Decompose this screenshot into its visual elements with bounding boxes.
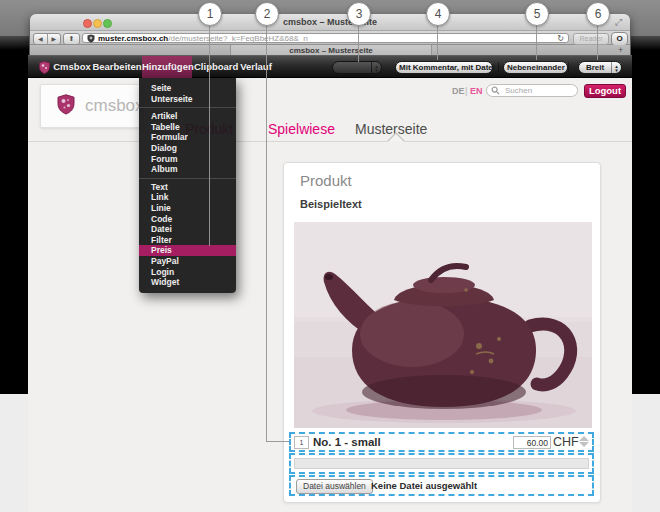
callout-line-5: [536, 24, 537, 60]
file-status-text: Keine Datei ausgewählt: [371, 480, 477, 491]
comment-field-row[interactable]: [289, 453, 594, 474]
callout-line-4: [437, 24, 438, 60]
menu-item-formular[interactable]: Formular: [139, 132, 236, 143]
url-path: /de/musterseite?_k=FeqBbeHZ&68&_n: [168, 34, 307, 43]
browser-nav-bar: ◀ ▶ ⬆ muster.cmsbox.ch/de/musterseite?_k…: [30, 31, 630, 45]
menu-item-tabelle[interactable]: Tabelle: [139, 122, 236, 133]
drag-handle[interactable]: [579, 436, 589, 447]
menu-item-preis-highlighted[interactable]: Preis: [139, 245, 236, 256]
content-heading: Produkt: [300, 172, 352, 189]
toolbar-item-verlauf[interactable]: Verlauf: [238, 56, 274, 78]
callout-line-1: [209, 24, 210, 246]
menu-separator: [139, 178, 236, 179]
callout-circle-2: 2: [255, 2, 279, 26]
price-widget-row[interactable]: No. 1 - small CHF: [289, 432, 594, 452]
menu-item-paypal[interactable]: PayPal: [139, 256, 236, 267]
toolbar-item-hinzufuegen[interactable]: Hinzufügen: [142, 56, 192, 78]
style-dropdown-disabled: [332, 61, 382, 74]
favicon-shield-icon: [87, 34, 95, 43]
search-icon: [491, 86, 500, 95]
back-icon[interactable]: ◀: [34, 34, 47, 44]
lang-de-link[interactable]: DE: [452, 86, 465, 96]
price-widget-selected[interactable]: No. 1 - small CHF Datei auswählen Keine …: [289, 432, 594, 497]
menu-item-linie[interactable]: Linie: [139, 203, 236, 214]
lang-separator: |: [465, 86, 468, 96]
desktop-background-right: [631, 36, 660, 394]
callout-line-2-elbow: [266, 441, 289, 442]
url-text: muster.cmsbox.ch/de/musterseite?_k=FeqBb…: [98, 34, 557, 43]
menu-item-artikel[interactable]: Artikel: [139, 111, 236, 122]
toolbar-item-clipboard[interactable]: Clipboard: [194, 56, 236, 78]
menu-separator: [139, 107, 236, 108]
popup-arrows-icon: [611, 62, 621, 73]
site-logo-card[interactable]: cmsbox: [40, 84, 142, 128]
menu-item-widget[interactable]: Widget: [139, 277, 236, 288]
header-divider: [28, 141, 632, 142]
forward-icon[interactable]: ▶: [47, 34, 61, 44]
callout-line-3: [358, 24, 359, 62]
teapot-image[interactable]: [294, 222, 592, 428]
menu-item-unterseite[interactable]: Unterseite: [139, 94, 236, 105]
extension-button[interactable]: O: [611, 32, 628, 46]
quantity-input[interactable]: [294, 436, 309, 449]
popup-arrows-icon: [498, 62, 502, 73]
toolbar-item-bearbeiten[interactable]: Bearbeiten: [92, 56, 142, 78]
url-host: muster.cmsbox.ch: [98, 34, 168, 43]
menu-item-seite[interactable]: Seite: [139, 83, 236, 94]
lang-en-link[interactable]: EN: [470, 86, 483, 96]
popup-arrows-icon: [568, 62, 572, 73]
minimize-icon[interactable]: [93, 19, 102, 28]
menu-item-dialog[interactable]: Dialog: [139, 143, 236, 154]
logout-button[interactable]: Logout: [584, 84, 626, 98]
step-up-icon[interactable]: [579, 436, 589, 441]
back-forward-buttons[interactable]: ◀ ▶: [33, 33, 61, 45]
cms-toolbar: Cmsbox Bearbeiten Hinzufügen Clipboard V…: [28, 55, 632, 78]
comment-file-dropdown-label: Mit Kommentar, mit Datei: [396, 63, 498, 72]
width-dropdown[interactable]: Breit: [578, 61, 622, 74]
callout-circle-5: 5: [525, 2, 549, 26]
screenshot-canvas: cmsbox – Musterseite ⤢ ◀ ▶ ⬆ muster.cmsb…: [0, 0, 660, 512]
address-bar[interactable]: muster.cmsbox.ch/de/musterseite?_k=FeqBb…: [82, 33, 569, 43]
nav-link-spielwiese[interactable]: Spielwiese: [268, 121, 335, 137]
callout-circle-4: 4: [426, 2, 450, 26]
share-icon[interactable]: ⬆: [63, 33, 80, 45]
step-down-icon[interactable]: [579, 442, 589, 447]
search-field[interactable]: [486, 84, 578, 97]
layout-dropdown-label: Nebeneinander: [504, 63, 568, 72]
callout-circle-1: 1: [198, 2, 222, 26]
popup-arrows-icon: [371, 62, 381, 73]
menu-item-forum[interactable]: Forum: [139, 154, 236, 165]
choose-file-button[interactable]: Datei auswählen: [296, 479, 373, 494]
callout-circle-6: 6: [586, 2, 610, 26]
menu-item-login[interactable]: Login: [139, 267, 236, 278]
content-panel: Produkt Beispieltext: [283, 162, 601, 503]
search-input[interactable]: [503, 85, 573, 96]
menu-item-album[interactable]: Album: [139, 164, 236, 175]
callout-line-2: [266, 24, 267, 442]
reload-icon[interactable]: ↻: [557, 34, 564, 43]
zoom-icon[interactable]: [103, 19, 112, 28]
desktop-background-left: [0, 36, 29, 394]
webpage-viewport: Cmsbox Bearbeiten Hinzufügen Clipboard V…: [28, 55, 632, 512]
comment-textarea[interactable]: [294, 458, 589, 469]
layout-dropdown[interactable]: Nebeneinander: [503, 61, 568, 74]
active-tab-caret-icon: [388, 134, 404, 142]
site-logo-text: cmsbox: [85, 96, 144, 116]
comment-file-dropdown[interactable]: Mit Kommentar, mit Datei: [395, 61, 493, 74]
menu-item-datei[interactable]: Datei: [139, 224, 236, 235]
toolbar-item-cmsbox[interactable]: Cmsbox: [52, 56, 92, 78]
content-subheading: Beispieltext: [300, 198, 362, 210]
callout-circle-3: 3: [347, 2, 371, 26]
width-dropdown-label: Breit: [579, 63, 611, 72]
file-upload-row[interactable]: Datei auswählen Keine Datei ausgewählt: [289, 475, 594, 496]
reader-button[interactable]: Reader: [573, 33, 609, 45]
menu-item-code[interactable]: Code: [139, 214, 236, 225]
menu-item-link[interactable]: Link: [139, 192, 236, 203]
logo-shield-icon: [57, 94, 75, 115]
price-input[interactable]: [513, 436, 551, 449]
close-icon[interactable]: [83, 19, 92, 28]
fullscreen-icon[interactable]: ⤢: [615, 17, 622, 28]
callout-line-6: [597, 24, 598, 60]
menu-item-text[interactable]: Text: [139, 182, 236, 193]
menu-item-filter[interactable]: Filter: [139, 235, 236, 246]
